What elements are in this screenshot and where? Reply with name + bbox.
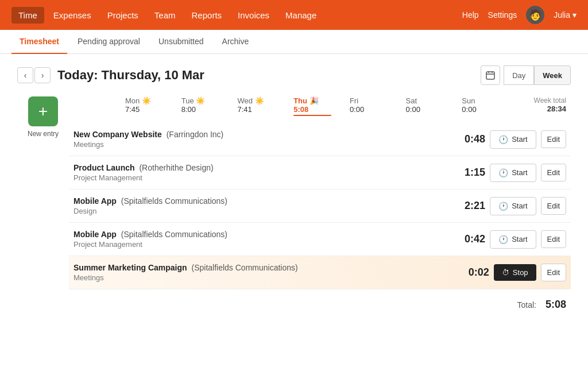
day-col-sun: Sun0:00: [457, 94, 513, 118]
main-content: ‹ › Today: Thursday, 10 Mar Day Week +: [0, 54, 588, 331]
stop-button[interactable]: ⏱ Stop: [494, 264, 536, 281]
day-view-button[interactable]: Day: [504, 65, 534, 85]
entry-project: Mobile App: [74, 196, 117, 206]
week-grid: Mon ☀️7:45Tue ☀️8:00Wed ☀️7:41Thu 🎉5:08F…: [121, 94, 571, 118]
entry-client: (Spitalfields Communications): [121, 230, 227, 239]
new-entry-label: New entry: [28, 130, 59, 138]
clock-icon: 🕐: [498, 202, 508, 211]
nav-left: TimeExpensesProjectsTeamReportsInvoicesM…: [11, 7, 323, 24]
nav-item-expenses[interactable]: Expenses: [47, 7, 98, 24]
total-label: Total:: [517, 300, 536, 310]
next-date-button[interactable]: ›: [34, 67, 51, 83]
entry-task: Meetings: [74, 273, 461, 282]
new-entry-column: + New entry: [17, 94, 69, 320]
total-row: Total: 5:08: [69, 289, 571, 320]
nav-item-reports[interactable]: Reports: [185, 7, 229, 24]
entry-time: 0:42: [457, 233, 485, 245]
date-navigation: ‹ › Today: Thursday, 10 Mar Day Week: [17, 65, 571, 85]
entry-time: 2:21: [457, 200, 485, 212]
day-col-tue: Tue ☀️8:00: [177, 94, 233, 118]
calendar-button[interactable]: [481, 65, 500, 85]
entry-client: (Farringdon Inc): [167, 130, 224, 139]
entry-time: 0:02: [461, 266, 489, 279]
date-arrows: ‹ ›: [17, 67, 51, 83]
help-link[interactable]: Help: [462, 10, 479, 20]
edit-button[interactable]: Edit: [541, 130, 566, 148]
tab-bar: TimesheetPending approvalUnsubmittedArch…: [0, 30, 588, 54]
entries-area: + New entry Mon ☀️7:45Tue ☀️8:00Wed ☀️7:…: [17, 94, 571, 320]
nav-item-team[interactable]: Team: [148, 7, 183, 24]
edit-button[interactable]: Edit: [541, 264, 566, 281]
entry-client: (Spitalfields Communications): [192, 263, 298, 272]
calendar-icon: [486, 71, 495, 80]
entry-project: Mobile App: [74, 230, 117, 239]
prev-date-button[interactable]: ‹: [17, 67, 33, 83]
entries-list: Mon ☀️7:45Tue ☀️8:00Wed ☀️7:41Thu 🎉5:08F…: [69, 94, 571, 320]
active-day-underline: [293, 115, 331, 116]
clock-icon: 🕐: [498, 168, 508, 177]
settings-link[interactable]: Settings: [488, 10, 517, 20]
day-col-wed: Wed ☀️7:41: [233, 94, 289, 118]
entry-row: Mobile App (Spitalfields Communications)…: [69, 223, 571, 256]
nav-item-projects[interactable]: Projects: [100, 7, 145, 24]
entry-time: 0:48: [457, 133, 485, 145]
new-entry-button[interactable]: +: [28, 96, 58, 126]
tab-unsubmitted[interactable]: Unsubmitted: [150, 30, 212, 54]
clock-icon: 🕐: [498, 135, 508, 144]
tab-archive[interactable]: Archive: [214, 30, 257, 54]
entry-project: Summer Marketing Campaign: [74, 263, 187, 272]
entry-task: Project Management: [74, 173, 457, 182]
entry-row: New Company Website (Farringdon Inc) Mee…: [69, 123, 571, 156]
entry-row: Summer Marketing Campaign (Spitalfields …: [69, 256, 571, 289]
user-menu[interactable]: Julia ▾: [554, 10, 577, 20]
entry-time: 1:15: [457, 167, 485, 179]
entry-project: New Company Website: [74, 130, 162, 139]
entry-project: Product Launch: [74, 163, 135, 172]
clock-icon: 🕐: [498, 235, 508, 244]
entry-task: Meetings: [74, 140, 457, 149]
date-title: Today: Thursday, 10 Mar: [57, 68, 204, 83]
edit-button[interactable]: Edit: [541, 230, 566, 248]
entry-task: Project Management: [74, 240, 457, 249]
week-view-button[interactable]: Week: [534, 65, 571, 85]
edit-button[interactable]: Edit: [541, 164, 566, 181]
nav-item-time[interactable]: Time: [11, 7, 44, 24]
view-controls: Day Week: [481, 65, 571, 85]
nav-right: Help Settings 🧑 Julia ▾: [462, 6, 577, 24]
avatar: 🧑: [526, 6, 544, 24]
nav-item-manage[interactable]: Manage: [278, 7, 323, 24]
start-button[interactable]: 🕐 Start: [490, 197, 536, 215]
start-button[interactable]: 🕐 Start: [490, 130, 536, 149]
day-col-fri: Fri0:00: [345, 94, 401, 118]
navbar: TimeExpensesProjectsTeamReportsInvoicesM…: [0, 0, 588, 30]
tab-pending-approval[interactable]: Pending approval: [69, 30, 148, 54]
entry-client: (Spitalfields Communications): [121, 196, 227, 206]
start-button[interactable]: 🕐 Start: [490, 230, 536, 249]
entry-client: (Rotherhithe Design): [139, 163, 213, 172]
entry-rows: New Company Website (Farringdon Inc) Mee…: [69, 123, 571, 289]
day-col-mon: Mon ☀️7:45: [121, 94, 177, 118]
entry-task: Design: [74, 207, 457, 215]
svg-rect-0: [486, 72, 494, 79]
start-button[interactable]: 🕐 Start: [490, 164, 536, 182]
week-total: Week total28:34: [513, 94, 571, 118]
entry-row: Product Launch (Rotherhithe Design) Proj…: [69, 156, 571, 190]
entry-row: Mobile App (Spitalfields Communications)…: [69, 190, 571, 223]
edit-button[interactable]: Edit: [541, 197, 566, 215]
nav-item-invoices[interactable]: Invoices: [231, 7, 276, 24]
total-value: 5:08: [546, 299, 566, 311]
tab-timesheet[interactable]: Timesheet: [11, 30, 67, 54]
day-col-thu: Thu 🎉5:08: [289, 94, 345, 118]
day-col-sat: Sat0:00: [401, 94, 458, 118]
